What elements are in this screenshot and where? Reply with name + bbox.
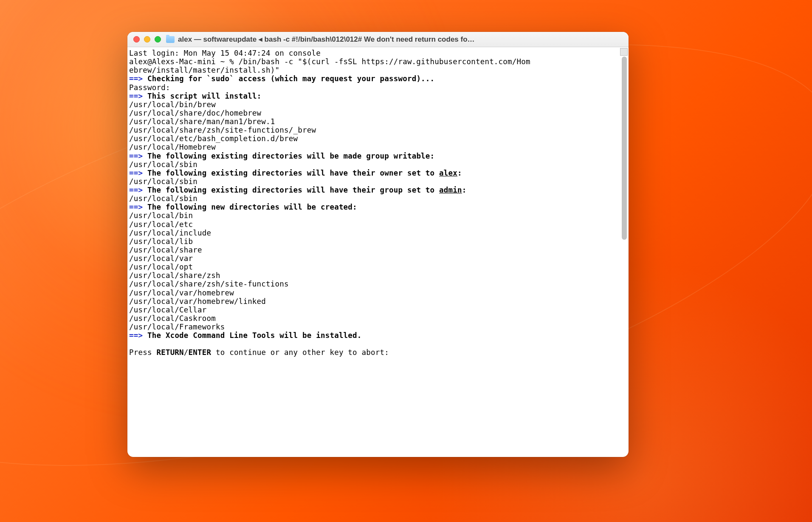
path-line: /usr/local/var/homebrew bbox=[129, 289, 234, 297]
terminal-body[interactable]: Last login: Mon May 15 04:47:24 on conso… bbox=[127, 47, 629, 457]
scrollbar[interactable] bbox=[622, 57, 627, 455]
maximize-button[interactable] bbox=[155, 36, 161, 43]
path-line: /usr/local/share bbox=[129, 246, 202, 254]
path-line: /usr/local/sbin bbox=[129, 177, 197, 186]
arrow-icon: ==> bbox=[129, 152, 143, 160]
path-line: /usr/local/etc/bash_completion.d/brew bbox=[129, 134, 298, 143]
folder-icon bbox=[166, 36, 175, 43]
path-line: /usr/local/share/zsh/site-functions bbox=[129, 280, 289, 288]
last-login-line: Last login: Mon May 15 04:47:24 on conso… bbox=[129, 49, 321, 57]
new-dirs-header: The following new directories will be cr… bbox=[147, 203, 357, 211]
will-install-header: This script will install: bbox=[147, 92, 261, 100]
close-button[interactable] bbox=[133, 36, 140, 43]
terminal-output[interactable]: Last login: Mon May 15 04:47:24 on conso… bbox=[127, 47, 629, 359]
group-set-header: The following existing directories will … bbox=[147, 186, 467, 194]
path-line: /usr/local/var bbox=[129, 254, 193, 263]
press-return-prompt: Press RETURN/ENTER to continue or any ot… bbox=[129, 348, 389, 357]
path-line: /usr/local/bin/brew bbox=[129, 100, 216, 109]
scroll-indicator-icon bbox=[620, 48, 628, 56]
path-line: /usr/local/share/man/man1/brew.1 bbox=[129, 117, 275, 126]
arrow-icon: ==> bbox=[129, 92, 143, 100]
arrow-icon: ==> bbox=[129, 74, 143, 83]
terminal-window: alex — softwareupdate ◂ bash -c #!/bin/b… bbox=[127, 32, 629, 457]
arrow-icon: ==> bbox=[129, 331, 143, 340]
window-title: alex — softwareupdate ◂ bash -c #!/bin/b… bbox=[178, 35, 475, 44]
path-line: /usr/local/lib bbox=[129, 237, 193, 246]
path-line: /usr/local/sbin bbox=[129, 160, 197, 169]
path-line: /usr/local/etc bbox=[129, 220, 193, 229]
path-line: /usr/local/share/zsh/site-functions/_bre… bbox=[129, 126, 316, 134]
path-line: /usr/local/sbin bbox=[129, 194, 197, 203]
path-line: /usr/local/Cellar bbox=[129, 306, 207, 314]
checking-sudo: Checking for `sudo` access (which may re… bbox=[147, 74, 434, 83]
minimize-button[interactable] bbox=[144, 36, 150, 43]
xcode-header: The Xcode Command Line Tools will be ins… bbox=[147, 331, 362, 340]
path-line: /usr/local/Frameworks bbox=[129, 323, 225, 331]
path-line: /usr/local/share/zsh bbox=[129, 271, 220, 280]
titlebar[interactable]: alex — softwareupdate ◂ bash -c #!/bin/b… bbox=[127, 32, 629, 47]
arrow-icon: ==> bbox=[129, 203, 143, 211]
arrow-icon: ==> bbox=[129, 169, 143, 177]
prompt-line-cont: ebrew/install/master/install.sh)" bbox=[129, 66, 279, 74]
path-line: /usr/local/Caskroom bbox=[129, 314, 216, 323]
path-line: /usr/local/include bbox=[129, 229, 211, 237]
path-line: /usr/local/bin bbox=[129, 211, 193, 220]
path-line: /usr/local/opt bbox=[129, 263, 193, 271]
arrow-icon: ==> bbox=[129, 186, 143, 194]
owner-set-header: The following existing directories will … bbox=[147, 169, 462, 177]
password-prompt: Password: bbox=[129, 83, 170, 92]
prompt-line: alex@Alexs-Mac-mini ~ % /bin/bash -c "$(… bbox=[129, 57, 530, 66]
title-area: alex — softwareupdate ◂ bash -c #!/bin/b… bbox=[166, 35, 623, 44]
scrollbar-thumb[interactable] bbox=[622, 57, 627, 240]
owner-username: alex bbox=[439, 169, 457, 177]
traffic-lights bbox=[133, 36, 161, 43]
group-writable-header: The following existing directories will … bbox=[147, 152, 434, 160]
path-line: /usr/local/var/homebrew/linked bbox=[129, 297, 266, 306]
path-line: /usr/local/Homebrew bbox=[129, 143, 216, 151]
path-line: /usr/local/share/doc/homebrew bbox=[129, 109, 261, 117]
group-name: admin bbox=[439, 186, 462, 194]
